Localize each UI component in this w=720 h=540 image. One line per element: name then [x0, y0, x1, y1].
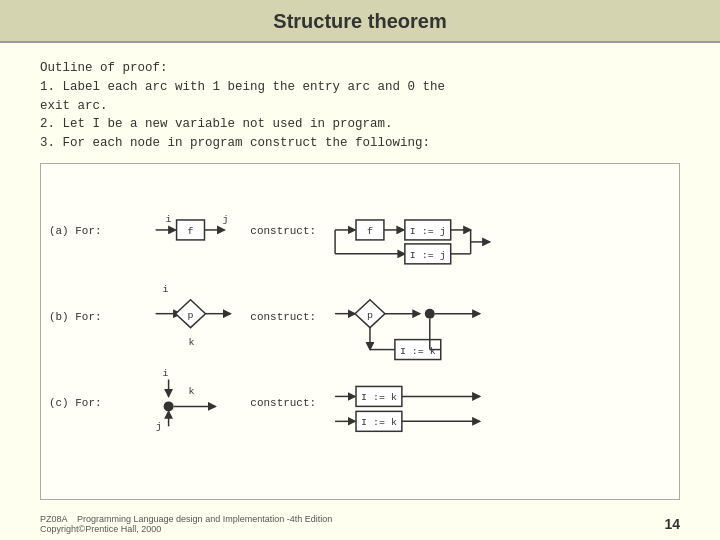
- content-area: Outline of proof: 1. Label each arc with…: [0, 43, 720, 510]
- svg-text:i: i: [163, 368, 169, 379]
- svg-text:j: j: [222, 214, 228, 225]
- svg-text:I := k: I := k: [361, 392, 397, 403]
- diagram-svg: (a) For: i f j construct: f: [41, 164, 679, 499]
- svg-point-34: [425, 308, 435, 318]
- svg-text:construct:: construct:: [250, 225, 316, 237]
- diagram-area: (a) For: i f j construct: f: [40, 163, 680, 500]
- outline-line2: exit arc.: [40, 97, 680, 116]
- svg-text:k: k: [189, 336, 195, 347]
- svg-text:construct:: construct:: [250, 310, 316, 322]
- outline-line1: 1. Label each arc with 1 being the entry…: [40, 78, 680, 97]
- footer-text: Programming Language design and Implemen…: [40, 514, 332, 534]
- footer-left: PZ08A Programming Language design and Im…: [40, 514, 332, 534]
- outline-line0: Outline of proof:: [40, 59, 680, 78]
- outline-text: Outline of proof: 1. Label each arc with…: [40, 59, 680, 153]
- svg-text:f: f: [367, 226, 373, 237]
- svg-text:I := j: I := j: [410, 226, 446, 237]
- svg-text:p: p: [188, 309, 194, 320]
- svg-text:p: p: [367, 309, 373, 320]
- svg-text:(a) For:: (a) For:: [49, 225, 102, 237]
- svg-text:k: k: [189, 386, 195, 397]
- title-bar: Structure theorem: [0, 0, 720, 43]
- footer: PZ08A Programming Language design and Im…: [0, 510, 720, 540]
- svg-text:construct:: construct:: [250, 397, 316, 409]
- svg-text:j: j: [156, 421, 162, 432]
- page-number: 14: [664, 516, 680, 532]
- footer-code: PZ08A: [40, 514, 67, 524]
- svg-text:(c) For:: (c) For:: [49, 397, 102, 409]
- outline-line4: 3. For each node in program construct th…: [40, 134, 680, 153]
- svg-text:(b) For:: (b) For:: [49, 310, 102, 322]
- svg-text:i: i: [163, 284, 169, 295]
- slide: Structure theorem Outline of proof: 1. L…: [0, 0, 720, 540]
- svg-text:I := j: I := j: [410, 250, 446, 261]
- svg-text:f: f: [188, 226, 194, 237]
- svg-point-46: [164, 401, 174, 411]
- svg-text:I := k: I := k: [361, 417, 397, 428]
- outline-line3: 2. Let I be a new variable not used in p…: [40, 115, 680, 134]
- svg-text:i: i: [166, 214, 172, 225]
- slide-title: Structure theorem: [273, 10, 446, 32]
